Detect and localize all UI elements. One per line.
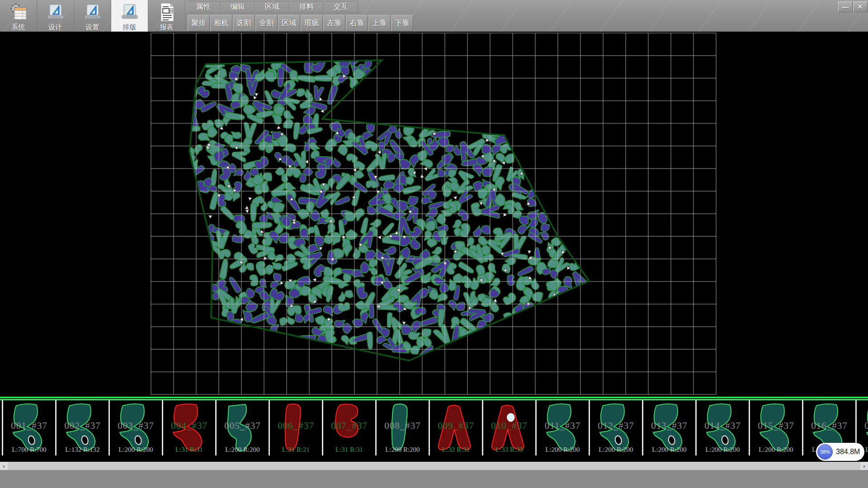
thumbnail-cell-10[interactable]: 010_#37L:33 R:33: [483, 400, 537, 455]
strip-divider: [0, 397, 868, 400]
piece-thumbnail-strip: 001_#37L:700 R:700002_#37L:132 R:132003_…: [0, 400, 868, 455]
nav-label: 设置: [86, 23, 99, 32]
menu-tab-3[interactable]: 区域: [255, 1, 289, 13]
report-icon: [157, 2, 177, 23]
minimize-button[interactable]: —: [838, 1, 853, 12]
piece-id: 005_#37: [217, 420, 269, 432]
piece-lr-count: L:21 R:21: [270, 446, 322, 454]
tool-button-5[interactable]: 区域: [278, 15, 300, 31]
nav-button-4[interactable]: 排版: [111, 0, 148, 32]
nav-button-5[interactable]: 报表: [148, 0, 185, 32]
piece-id: 003_#37: [110, 420, 162, 432]
thumbnail-cell-3[interactable]: 003_#37L:200 R:200: [110, 400, 163, 455]
piece-lr-count: L:700 R:700: [3, 446, 55, 454]
thumbnail-cell-4[interactable]: 004_#37L:31 R:31: [163, 400, 217, 455]
scroll-right-icon[interactable]: ›: [860, 462, 868, 470]
memory-percent-circle: 38%: [817, 444, 833, 460]
thumbnail-cell-5[interactable]: 005_#37L:200 R:200: [217, 400, 270, 455]
thumbnail-cell-12[interactable]: 012_#37L:200 R:200: [590, 400, 643, 455]
piece-lr-count: L:200 R:200: [217, 446, 269, 454]
tool-row: 聚排相机选割全割区域瑕疵左靠右靠上靠下靠: [188, 15, 413, 30]
piece-lr-count: L:132 R:132: [57, 446, 108, 454]
tool-button-4[interactable]: 全割: [255, 15, 278, 31]
piece-id: 013_#37: [643, 420, 695, 432]
toolbar: 系统设计设置排版报表 属性编辑区域排料交互 聚排相机选割全割区域瑕疵左靠右靠上靠…: [0, 0, 868, 32]
piece-id: 004_#37: [163, 420, 215, 432]
piece-id: 011_#37: [537, 420, 589, 432]
app-window: 系统设计设置排版报表 属性编辑区域排料交互 聚排相机选割全割区域瑕疵左靠右靠上靠…: [0, 0, 868, 488]
thumbnail-cell-6[interactable]: 006_#37L:21 R:21: [270, 400, 323, 455]
thumbnail-cell-14[interactable]: 014_#37L:200 R:200: [697, 400, 750, 455]
nav-label: 排版: [123, 23, 137, 32]
tool-button-9[interactable]: 上靠: [368, 15, 391, 31]
status-bar: [0, 470, 868, 488]
piece-id: 002_#37: [57, 420, 108, 432]
nav-button-3[interactable]: 设置: [74, 0, 111, 32]
piece-id: 015_#37: [750, 420, 802, 432]
piece-lr-count: L:31 R:31: [163, 446, 215, 454]
close-button[interactable]: ✕: [853, 1, 868, 12]
nav-label: 系统: [12, 23, 25, 32]
tool-button-7[interactable]: 左靠: [323, 15, 345, 31]
nesting-drawing: [0, 32, 868, 397]
piece-id: 014_#37: [697, 420, 749, 432]
layout-icon: [120, 2, 140, 23]
piece-id: 010_#37: [483, 420, 535, 432]
piece-lr-count: L:33 R:33: [483, 446, 535, 454]
piece-id: 012_#37: [590, 420, 642, 432]
piece-id: 001_#37: [3, 420, 55, 432]
thumbnail-cell-1[interactable]: 001_#37L:700 R:700: [2, 400, 57, 455]
piece-id: 016_#37: [803, 420, 855, 432]
piece-id: 009_#37: [430, 420, 482, 432]
tool-button-6[interactable]: 瑕疵: [301, 15, 323, 31]
piece-lr-count: L:200 R:200: [643, 446, 695, 454]
piece-lr-count: L:200 R:200: [697, 446, 749, 454]
piece-lr-count: L:200 R:200: [750, 446, 802, 454]
piece-lr-count: L:31 R:31: [323, 446, 375, 454]
menu-tab-1[interactable]: 属性: [186, 1, 221, 13]
nav-button-1[interactable]: 系统: [0, 0, 37, 32]
thumbnail-cell-13[interactable]: 013_#37L:200 R:200: [643, 400, 697, 455]
thumbnail-cell-2[interactable]: 002_#37L:132 R:132: [57, 400, 110, 455]
settings-icon: [83, 2, 103, 23]
piece-lr-count: L:32 R:31: [430, 446, 482, 454]
thumbnail-cell-9[interactable]: 009_#37L:32 R:31: [430, 400, 483, 455]
nav-button-2[interactable]: 设计: [37, 0, 74, 32]
piece-id: 006_#37: [270, 420, 322, 432]
menu-tab-2[interactable]: 编辑: [221, 1, 255, 13]
piece-lr-count: L:200 R:200: [590, 446, 642, 454]
tool-button-8[interactable]: 右靠: [346, 15, 368, 31]
nesting-canvas[interactable]: [0, 32, 868, 397]
memory-value: 384.8M: [836, 443, 860, 461]
thumbnail-cell-7[interactable]: 007_#37L:31 R:31: [323, 400, 377, 455]
menu-tab-4[interactable]: 排料: [289, 1, 324, 13]
piece-id: 008_#37: [377, 420, 429, 432]
nav-label: 报表: [160, 23, 174, 32]
menu-tab-5[interactable]: 交互: [324, 1, 358, 13]
memory-badge: 38% 384.8M: [816, 443, 864, 461]
thumbnail-cell-11[interactable]: 011_#37L:200 R:200: [537, 400, 590, 455]
design-icon: [46, 2, 66, 23]
menu-bar: 属性编辑区域排料交互: [186, 1, 358, 13]
piece-lr-count: L:200 R:200: [537, 446, 589, 454]
piece-id: 017_#37: [857, 420, 868, 432]
piece-lr-count: L:200 R:200: [377, 446, 429, 454]
piece-id: 007_#37: [323, 420, 375, 432]
system-icon: [9, 2, 28, 23]
nested-pieces: [183, 55, 587, 361]
tool-button-10[interactable]: 下靠: [391, 15, 413, 31]
thumbnail-cell-8[interactable]: 008_#37L:200 R:200: [377, 400, 430, 455]
tool-button-3[interactable]: 选割: [233, 15, 255, 31]
tool-button-1[interactable]: 聚排: [188, 15, 210, 31]
tool-button-2[interactable]: 相机: [210, 15, 232, 31]
piece-lr-count: L:200 R:200: [110, 446, 162, 454]
scroll-left-icon[interactable]: ‹: [0, 462, 8, 470]
thumbnail-cell-15[interactable]: 015_#37L:200 R:200: [750, 400, 803, 455]
horizontal-scrollbar[interactable]: ‹ ›: [0, 462, 868, 470]
nav-label: 设计: [49, 23, 62, 32]
